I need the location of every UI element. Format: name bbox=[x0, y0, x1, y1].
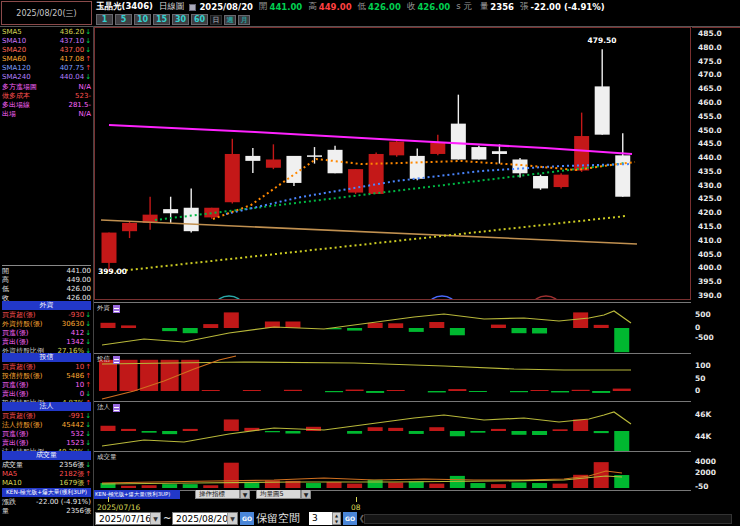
go-button[interactable]: GO bbox=[240, 512, 254, 525]
dropdown-arrow-icon[interactable]: ▼ bbox=[150, 513, 160, 524]
trust-panel[interactable] bbox=[94, 353, 691, 400]
from-date-input[interactable]: 2025/07/16 ▼ bbox=[95, 512, 161, 525]
histogram-bar bbox=[347, 328, 362, 331]
row-label: SMA120 bbox=[2, 64, 31, 73]
section-header: 投信 bbox=[2, 353, 91, 362]
down-arrow-icon: ↓ bbox=[85, 37, 91, 46]
period-button-週[interactable]: 週 bbox=[224, 15, 236, 25]
histogram-bar bbox=[470, 431, 485, 433]
row-label: 漲跌 bbox=[2, 498, 16, 507]
chart-style-icon bbox=[189, 4, 196, 11]
indicator-settings-icon[interactable] bbox=[113, 305, 120, 313]
candle-body bbox=[369, 154, 384, 194]
histogram-bar bbox=[594, 431, 609, 433]
up-arrow-icon: ↑ bbox=[85, 470, 91, 479]
timeline-tick bbox=[108, 497, 109, 502]
period-button-10[interactable]: 10 bbox=[134, 14, 151, 25]
row-label: 出場 bbox=[2, 110, 16, 119]
panel-axis-label: 4000 bbox=[695, 457, 716, 466]
panel-axis-label: 0 bbox=[695, 386, 700, 395]
sidebar-row: 賣出(張)0↓ bbox=[2, 390, 91, 399]
row-value: 449.00 bbox=[67, 276, 92, 285]
sidebar-row: 買進(張)412↓ bbox=[2, 329, 91, 338]
histogram-bar bbox=[572, 390, 590, 391]
sidebar-row: SMA20437.00↓ bbox=[2, 46, 91, 55]
dropdown-arrow-icon[interactable]: ▼ bbox=[227, 513, 237, 524]
row-label: 法人持股(張) bbox=[2, 421, 42, 430]
row-value: 407.75 bbox=[60, 64, 85, 73]
histogram-bar bbox=[448, 389, 466, 391]
volume-panel[interactable] bbox=[94, 451, 691, 490]
sidebar-row: 買進(張)532↓ bbox=[2, 430, 91, 439]
stock-name: 玉晶光(3406) bbox=[96, 1, 153, 13]
indicator-settings-icon[interactable] bbox=[113, 404, 120, 412]
row-label: 投信持股(張) bbox=[2, 372, 42, 381]
row-label: SMA240 bbox=[2, 73, 31, 82]
histogram-bar bbox=[368, 427, 383, 431]
main-candlestick-chart[interactable]: 479.50399.00 bbox=[94, 27, 691, 300]
histogram-bar bbox=[387, 390, 405, 391]
sidebar-row: 高449.00 bbox=[2, 276, 91, 285]
row-label: 賣出(張) bbox=[2, 390, 28, 399]
sidebar-group: 投信買賣超(張)10↑投信持股(張)5486↑買進(張)10↑賣出(張)0↓投信… bbox=[2, 352, 91, 408]
indicator-strategy-label: KEN-極光版+爆大量(獲利3UP) bbox=[95, 491, 170, 497]
candle-body bbox=[307, 155, 322, 157]
number-spinner[interactable]: ▲ ▼ bbox=[332, 512, 341, 525]
row-value: 440.04 bbox=[60, 73, 85, 82]
row-value: 281.5- bbox=[68, 101, 91, 110]
foreign-panel[interactable] bbox=[94, 302, 691, 352]
row-value: N/A bbox=[79, 83, 91, 92]
from-date-value: 2025/07/16 bbox=[99, 514, 151, 524]
scroll-left-icon[interactable]: 《 bbox=[355, 513, 364, 526]
close-label: 收 bbox=[407, 1, 416, 13]
histogram-bar bbox=[183, 484, 198, 488]
reserve-space-input[interactable]: 3 bbox=[309, 512, 332, 525]
row-label: SMA20 bbox=[2, 46, 26, 55]
sidebar-row: 買賣超(張)-930↓ bbox=[2, 311, 91, 320]
section-header: 成交量 bbox=[2, 451, 91, 460]
row-label: 多出場線 bbox=[2, 101, 30, 110]
histogram-bar bbox=[203, 324, 218, 328]
title-bar: 玉晶光(3406) 日線圖 2025/08/20 開 441.00 高 449.… bbox=[96, 1, 740, 13]
period-button-日[interactable]: 日 bbox=[210, 15, 222, 25]
row-label: SMA60 bbox=[2, 55, 26, 64]
row-value: N/A bbox=[79, 110, 91, 119]
histogram-bar bbox=[531, 390, 549, 391]
period-button-60[interactable]: 60 bbox=[191, 14, 208, 25]
candle-body bbox=[451, 124, 466, 160]
institutional-panel[interactable] bbox=[94, 401, 691, 450]
price-tick-label: 400.0 bbox=[698, 263, 722, 272]
row-label: 買賣超(張) bbox=[2, 311, 35, 320]
histogram-bar bbox=[327, 482, 342, 488]
up-arrow-icon: ↑ bbox=[85, 363, 91, 372]
histogram-bar bbox=[347, 484, 362, 488]
period-button-5[interactable]: 5 bbox=[115, 14, 132, 25]
period-button-15[interactable]: 15 bbox=[153, 14, 170, 25]
row-label: 成交量 bbox=[2, 461, 23, 470]
spinner-down-icon[interactable]: ▼ bbox=[333, 519, 340, 525]
candle-body bbox=[492, 151, 507, 154]
candle-body bbox=[163, 209, 178, 213]
row-value: -22.00 (-4.91%) bbox=[36, 498, 91, 507]
sidebar-group: 開441.00高449.00低426.00收426.00 bbox=[2, 265, 91, 303]
period-button-1[interactable]: 1 bbox=[96, 14, 113, 25]
histogram-bar bbox=[614, 431, 629, 451]
period-button-30[interactable]: 30 bbox=[172, 14, 189, 25]
sidebar-row: 買賣超(張)-991↓ bbox=[2, 412, 91, 421]
histogram-bar bbox=[162, 328, 177, 331]
sidebar-group: KEN-極光版+爆大量(獲利3UP)漲跌-22.00 (-4.91%)量2356… bbox=[2, 487, 91, 516]
row-value: 2356張 bbox=[59, 461, 84, 470]
price-tick-label: 410.0 bbox=[698, 236, 722, 245]
sidebar-row: 成交量2356張↓ bbox=[2, 461, 91, 470]
row-label: 買賣超(張) bbox=[2, 363, 35, 372]
scrollbar-track[interactable] bbox=[364, 514, 732, 524]
to-date-input[interactable]: 2025/08/20 ▼ bbox=[172, 512, 238, 525]
row-value: 5486 bbox=[66, 372, 84, 381]
panel-axis-label: 100 bbox=[695, 361, 711, 370]
candle-body bbox=[122, 223, 137, 231]
volume-unit: 張 bbox=[520, 1, 529, 13]
indicator-settings-icon[interactable] bbox=[113, 356, 120, 364]
down-arrow-icon: ↓ bbox=[85, 338, 91, 347]
period-button-月[interactable]: 月 bbox=[238, 15, 250, 25]
panel-ma-line bbox=[102, 311, 631, 345]
